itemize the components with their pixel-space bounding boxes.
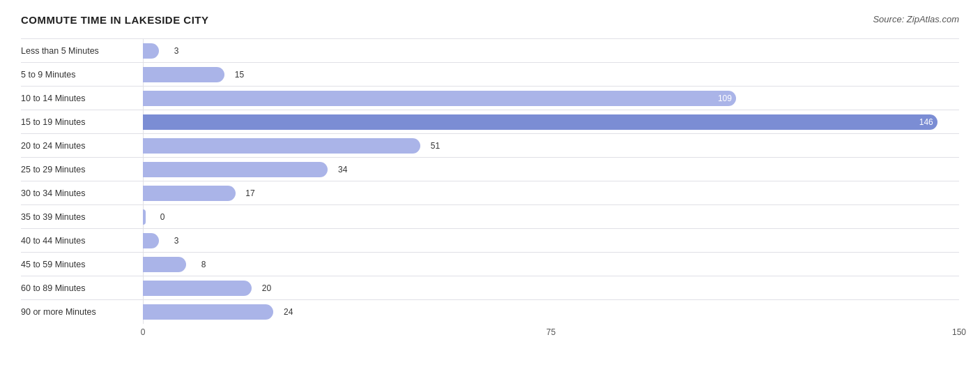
bar-value: 20 — [262, 283, 271, 293]
bar-value: 17 — [245, 188, 254, 198]
bar-label: 30 to 34 Minutes — [21, 188, 143, 198]
bar-value: 34 — [338, 165, 347, 174]
bar-label: 35 to 39 Minutes — [21, 212, 143, 222]
bar-row: 40 to 44 Minutes3 — [21, 228, 959, 252]
bar-row: 90 or more Minutes24 — [21, 299, 959, 323]
bar-fill: 8 — [143, 257, 186, 272]
bar-fill: 109 — [143, 91, 736, 106]
bar-label: Less than 5 Minutes — [21, 46, 143, 56]
bar-container: 15 — [143, 67, 959, 82]
bar-label: 40 to 44 Minutes — [21, 236, 143, 246]
bar-fill: 24 — [143, 304, 273, 320]
bar-value: 15 — [235, 70, 244, 80]
bar-row: 35 to 39 Minutes0 — [21, 204, 959, 228]
bar-label: 25 to 29 Minutes — [21, 165, 143, 174]
chart-area: Less than 5 Minutes35 to 9 Minutes1510 t… — [21, 38, 959, 323]
bar-row: 5 to 9 Minutes15 — [21, 62, 959, 86]
x-axis: 075150 — [21, 327, 959, 341]
bar-container: 20 — [143, 281, 959, 296]
bar-label: 5 to 9 Minutes — [21, 70, 143, 80]
bar-label: 60 to 89 Minutes — [21, 283, 143, 293]
bar-container: 34 — [143, 162, 959, 177]
bar-fill: 3 — [143, 233, 159, 248]
chart-title: COMMUTE TIME IN LAKESIDE CITY — [21, 14, 209, 26]
bar-fill: 51 — [143, 138, 420, 154]
bar-value: 146 — [919, 117, 933, 127]
x-tick-label: 150 — [952, 327, 966, 337]
bar-row: 20 to 24 Minutes51 — [21, 133, 959, 157]
bar-label: 20 to 24 Minutes — [21, 141, 143, 151]
bar-row: 15 to 19 Minutes146 — [21, 110, 959, 133]
chart-source: Source: ZipAtlas.com — [873, 14, 959, 24]
bar-container: 109 — [143, 91, 959, 106]
bar-container: 17 — [143, 186, 959, 201]
bar-container: 3 — [143, 43, 959, 59]
x-axis-labels: 075150 — [143, 327, 959, 341]
bar-value: 0 — [160, 212, 165, 222]
bar-fill: 3 — [143, 43, 159, 59]
bar-container: 51 — [143, 138, 959, 154]
bar-fill: 146 — [143, 114, 937, 130]
bar-value: 3 — [174, 46, 179, 56]
bar-value: 109 — [718, 94, 732, 103]
bar-label: 45 to 59 Minutes — [21, 260, 143, 269]
bar-value: 51 — [431, 141, 440, 151]
bar-value: 8 — [201, 260, 206, 269]
bar-value: 3 — [174, 236, 179, 246]
bar-row: 10 to 14 Minutes109 — [21, 86, 959, 110]
bar-container: 3 — [143, 233, 959, 248]
bar-row: 60 to 89 Minutes20 — [21, 276, 959, 299]
bar-label: 10 to 14 Minutes — [21, 94, 143, 103]
x-tick-label: 75 — [546, 327, 556, 337]
bar-container: 146 — [143, 114, 959, 130]
bar-row: 30 to 34 Minutes17 — [21, 181, 959, 204]
bar-container: 24 — [143, 304, 959, 320]
bar-label: 90 or more Minutes — [21, 307, 143, 317]
bar-label: 15 to 19 Minutes — [21, 117, 143, 127]
bar-fill: 20 — [143, 281, 252, 296]
bar-row: 25 to 29 Minutes34 — [21, 157, 959, 181]
bar-fill: 34 — [143, 162, 328, 177]
bar-container: 8 — [143, 257, 959, 272]
bar-fill: 0 — [143, 209, 146, 225]
bar-fill: 15 — [143, 67, 224, 82]
chart-header: COMMUTE TIME IN LAKESIDE CITY Source: Zi… — [21, 14, 959, 26]
bar-value: 24 — [284, 307, 293, 317]
bar-row: Less than 5 Minutes3 — [21, 38, 959, 62]
x-tick-label: 0 — [141, 327, 146, 337]
bar-container: 0 — [143, 209, 959, 225]
bar-fill: 17 — [143, 186, 236, 201]
bar-row: 45 to 59 Minutes8 — [21, 252, 959, 276]
